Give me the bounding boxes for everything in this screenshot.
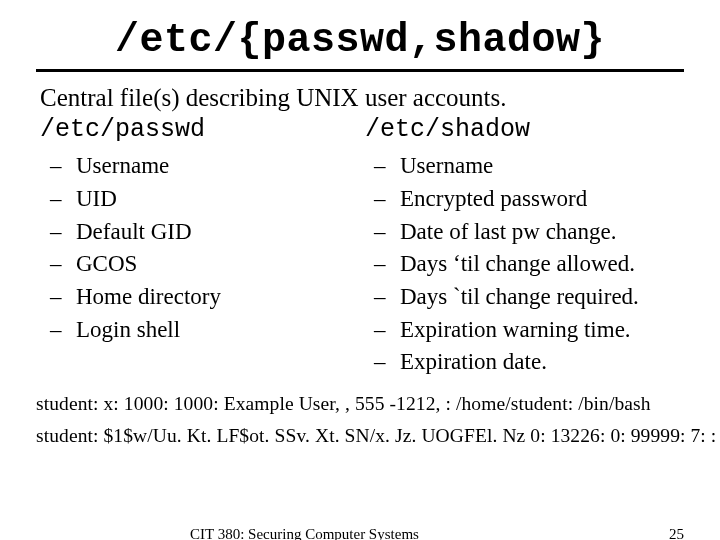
slide-title: /etc/{passwd,shadow} [36,18,684,63]
list-item: Default GID [76,216,360,249]
list-item: Expiration warning time. [400,314,684,347]
list-item: GCOS [76,248,360,281]
example-block: student: x: 1000: 1000: Example User, , … [36,393,684,447]
list-item: Encrypted password [400,183,684,216]
heading-passwd: /etc/passwd [40,115,359,144]
list-item: Username [400,150,684,183]
slide: /etc/{passwd,shadow} Central file(s) des… [0,0,720,540]
list-item: Login shell [76,314,360,347]
columns: Username UID Default GID GCOS Home direc… [36,150,684,379]
heading-shadow: /etc/shadow [359,115,684,144]
footer-page-number: 25 [669,526,684,540]
column-shadow: Username Encrypted password Date of last… [360,150,684,379]
intro-text: Central file(s) describing UNIX user acc… [40,82,684,113]
list-item: Home directory [76,281,360,314]
list-item: Expiration date. [400,346,684,379]
list-item: Username [76,150,360,183]
passwd-list: Username UID Default GID GCOS Home direc… [36,150,360,346]
example-passwd-line: student: x: 1000: 1000: Example User, , … [36,393,684,415]
example-shadow-line: student: $1$w/Uu. Kt. LF$ot. SSv. Xt. SN… [36,425,684,447]
column-headings: /etc/passwd /etc/shadow [40,115,684,144]
list-item: Days ‘til change allowed. [400,248,684,281]
list-item: UID [76,183,360,216]
shadow-list: Username Encrypted password Date of last… [360,150,684,379]
column-passwd: Username UID Default GID GCOS Home direc… [36,150,360,379]
footer-course: CIT 380: Securing Computer Systems [190,526,419,540]
list-item: Date of last pw change. [400,216,684,249]
title-divider [36,69,684,72]
list-item: Days `til change required. [400,281,684,314]
